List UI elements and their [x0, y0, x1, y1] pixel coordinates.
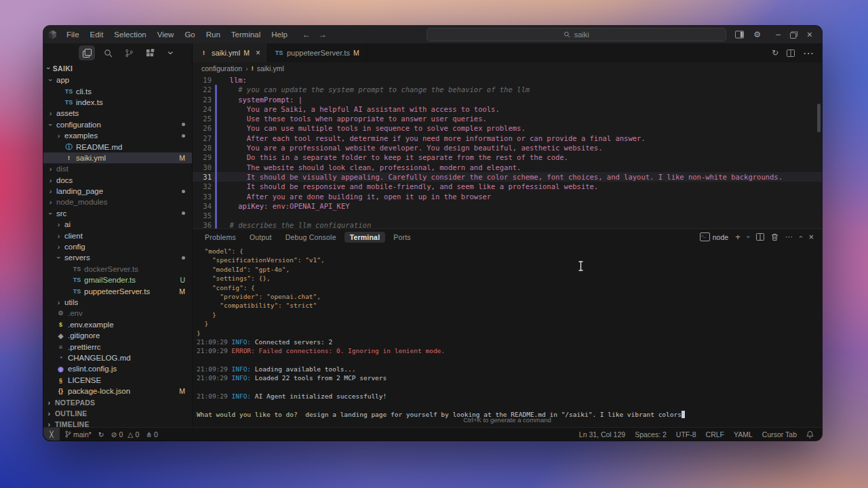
tree-item-servers[interactable]: ›servers	[43, 252, 192, 263]
menu-terminal[interactable]: Terminal	[226, 30, 266, 39]
views-chevron-down-icon[interactable]: ›	[163, 45, 179, 60]
ports-status[interactable]: ⋔ 0	[146, 430, 158, 439]
tree-item-landing-page[interactable]: ›landing_page	[43, 186, 192, 197]
section-outline[interactable]: ›OUTLINE	[43, 408, 192, 419]
line-number: 22	[193, 85, 212, 94]
status-utf-8[interactable]: UTF-8	[676, 430, 696, 439]
file-label: assets	[56, 109, 79, 117]
tree-item-src[interactable]: ›src	[43, 208, 192, 219]
tree-item-cli-ts[interactable]: TScli.ts	[43, 85, 192, 96]
explorer-icon[interactable]	[79, 45, 95, 60]
tree-item-gmailsender-ts[interactable]: TSgmailSender.tsU	[43, 274, 192, 285]
file-label: .env.example	[68, 321, 114, 329]
breadcrumb-folder[interactable]: configuration	[201, 64, 242, 73]
status-spaces[interactable]: Spaces: 2	[635, 430, 667, 439]
section-timeline[interactable]: ›TIMELINE	[43, 419, 192, 427]
tree-item-utils[interactable]: ›utils	[43, 297, 192, 308]
tree-item-assets[interactable]: ›assets	[43, 108, 192, 119]
project-root-row[interactable]: › SAIKI	[43, 62, 192, 75]
tree-item-changelog-md[interactable]: ◔CHANGELOG.md	[43, 352, 192, 363]
new-terminal-icon[interactable]: +	[735, 232, 741, 242]
notifications-bell-icon[interactable]	[806, 430, 814, 439]
command-center-search[interactable]: saiki	[427, 28, 726, 41]
close-button[interactable]: ×	[807, 29, 812, 40]
tree-item-client[interactable]: ›client	[43, 230, 192, 241]
tree-item-config[interactable]: ›config	[43, 241, 192, 252]
nav-forward-icon[interactable]: →	[319, 30, 327, 39]
tree-item-saiki-yml[interactable]: !saiki.ymlM	[43, 152, 192, 163]
maximize-panel-icon[interactable]: ›	[797, 236, 804, 238]
source-control-icon[interactable]	[121, 45, 137, 60]
tree-item-app[interactable]: ›app	[43, 75, 192, 85]
menu-view[interactable]: View	[152, 30, 180, 39]
tree-item-configuration[interactable]: ›configuration	[43, 119, 192, 130]
split-terminal-icon[interactable]	[756, 233, 764, 241]
restore-button[interactable]	[790, 31, 797, 39]
search-sidebar-icon[interactable]	[100, 45, 116, 60]
breadcrumb-separator-icon: ›	[245, 64, 248, 73]
status-yaml[interactable]: YAML	[734, 430, 753, 439]
menu-go[interactable]: Go	[179, 30, 200, 39]
close-panel-icon[interactable]: ×	[808, 232, 814, 242]
code-editor[interactable]: 19llm:22# you can update the system prom…	[193, 74, 822, 228]
minimize-button[interactable]: –	[776, 30, 781, 39]
status-cursor-tab[interactable]: Cursor Tab	[762, 430, 797, 439]
sync-changes-icon[interactable]: ↻	[98, 430, 104, 439]
menu-run[interactable]: Run	[201, 30, 226, 39]
tree-item-dockerserver-ts[interactable]: TSdockerServer.ts	[43, 264, 192, 274]
tree-item-gitignore[interactable]: ◈.gitignore	[43, 330, 192, 341]
diamond-file-icon: ◈	[56, 332, 65, 340]
tree-item-ai[interactable]: ›ai	[43, 219, 192, 230]
terminal-output[interactable]: "model": { "specificationVersion": "v1",…	[193, 245, 822, 427]
toggle-secondary-sidebar-icon[interactable]	[735, 30, 744, 39]
tree-item-index-ts[interactable]: TSindex.ts	[43, 97, 192, 108]
editor-scrollbar-thumb[interactable]	[817, 104, 821, 132]
settings-gear-icon[interactable]: ⚙	[753, 30, 761, 39]
extensions-icon[interactable]	[142, 45, 158, 60]
file-label: .prettierrc	[68, 343, 101, 351]
menu-selection[interactable]: Selection	[108, 30, 151, 39]
terminal-dropdown-icon[interactable]: ›	[745, 236, 752, 238]
menu-edit[interactable]: Edit	[85, 30, 109, 39]
status-ln-31-col-129[interactable]: Ln 31, Col 129	[579, 430, 625, 439]
nav-back-icon[interactable]: ←	[302, 30, 311, 39]
panel-tab-ports[interactable]: Ports	[388, 232, 416, 243]
section-notepads[interactable]: ›NOTEPADS	[43, 396, 192, 407]
tab-close-icon[interactable]: ×	[256, 48, 260, 58]
tree-item-readme-md[interactable]: ⓘREADME.md	[43, 141, 192, 152]
panel-tab-debug-console[interactable]: Debug Console	[280, 232, 342, 243]
kill-terminal-trash-icon[interactable]	[771, 233, 778, 241]
tree-item-eslint-config-js[interactable]: ◉eslint.config.js	[43, 363, 192, 374]
tree-item-node-modules[interactable]: ›node_modules	[43, 197, 192, 207]
tree-item-prettierrc[interactable]: ≡.prettierrc	[43, 341, 192, 352]
tree-item-env-example[interactable]: $.env.example	[43, 319, 192, 330]
menu-help[interactable]: Help	[266, 30, 293, 39]
tree-item-env[interactable]: ⚙.env	[43, 308, 192, 319]
tree-item-license[interactable]: §LICENSE	[43, 375, 192, 386]
breadcrumb-file[interactable]: saiki.yml	[257, 64, 284, 73]
tree-item-dist[interactable]: ›dist	[43, 163, 192, 174]
tree-item-puppeteerserver-ts[interactable]: TSpuppeteerServer.tsM	[43, 285, 192, 296]
tab-saiki-yml[interactable]: !saiki.ymlM×	[193, 43, 268, 62]
remote-indicator[interactable]: ╳	[43, 428, 60, 441]
problems-status[interactable]: ⊘ 0 △ 0	[111, 430, 140, 439]
tab-puppeteerserver-ts[interactable]: TSpuppeteerServer.tsM	[268, 43, 367, 62]
panel-tab-output[interactable]: Output	[244, 232, 277, 243]
menu-file[interactable]: File	[61, 30, 85, 39]
breadcrumb[interactable]: configuration › ! saiki.yml	[193, 62, 822, 74]
tree-item-examples[interactable]: ›examples	[43, 130, 192, 141]
terminal-line: "compatibility": "strict"	[197, 301, 822, 310]
panel-tab-problems[interactable]: Problems	[199, 232, 241, 243]
warn-file-icon: !	[64, 155, 73, 161]
git-branch-status[interactable]: main*	[65, 430, 92, 439]
chevron-down-icon: ›	[45, 67, 53, 70]
panel-more-icon[interactable]: ⋯	[785, 232, 793, 241]
split-editor-icon[interactable]	[787, 49, 795, 57]
tree-item-docs[interactable]: ›docs	[43, 175, 192, 186]
timeline-loop-icon[interactable]: ↻	[772, 48, 778, 58]
tree-item-package-lock-json[interactable]: {}package-lock.jsonM	[43, 386, 192, 396]
status-crlf[interactable]: CRLF	[706, 430, 724, 439]
panel-tab-terminal[interactable]: Terminal	[344, 232, 386, 243]
terminal-instance-node[interactable]: >_ node	[700, 232, 728, 241]
more-actions-icon[interactable]: ⋯	[803, 47, 814, 60]
